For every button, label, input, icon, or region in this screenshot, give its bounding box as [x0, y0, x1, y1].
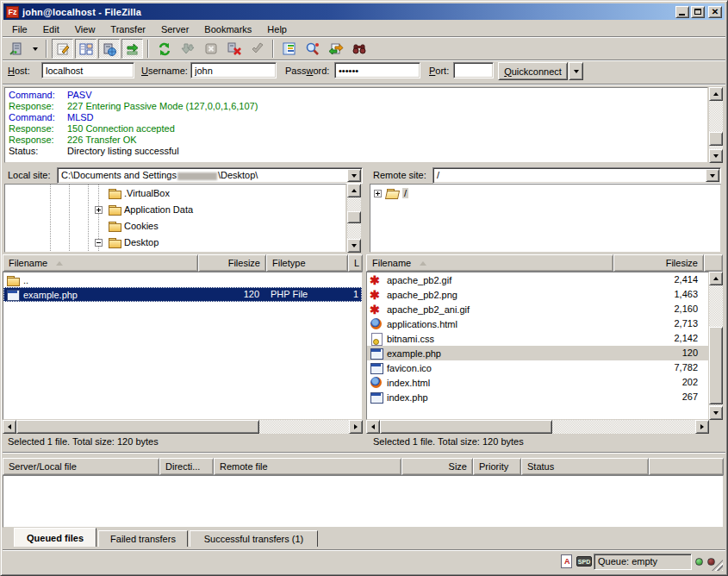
- password-input[interactable]: [334, 62, 420, 78]
- queue-size-indicator: Queue: empty: [594, 554, 692, 570]
- local-tree-scrollbar[interactable]: [347, 184, 361, 253]
- quickconnect-button[interactable]: Quickconnect: [498, 62, 568, 80]
- column-header-filetype[interactable]: Filetype: [266, 254, 348, 272]
- tree-item-application-data[interactable]: Application Data: [95, 202, 193, 217]
- filezilla-logo-icon: Fz: [6, 6, 19, 18]
- filter-button[interactable]: [278, 39, 300, 59]
- scroll-down-button[interactable]: [347, 239, 361, 253]
- username-label: Username:: [141, 66, 188, 78]
- file-row[interactable]: favicon.ico 7,782: [367, 360, 708, 375]
- log-scrollbar[interactable]: [709, 87, 723, 163]
- scroll-down-button[interactable]: [709, 149, 723, 163]
- scroll-up-button[interactable]: [347, 184, 361, 197]
- column-header-filesize[interactable]: Filesize: [613, 254, 704, 272]
- expander-icon[interactable]: [374, 190, 382, 197]
- local-site-dropdown-button[interactable]: [347, 169, 361, 182]
- remote-site-dropdown-button[interactable]: [706, 169, 719, 182]
- menu-edit[interactable]: Edit: [35, 22, 67, 36]
- tab-successful-transfers[interactable]: Successful transfers (1): [190, 530, 318, 547]
- file-size: 7,782: [614, 360, 698, 375]
- find-files-button[interactable]: [348, 39, 370, 59]
- toggle-message-log-button[interactable]: [52, 39, 73, 59]
- file-row[interactable]: apache_pb2.png 1,463: [367, 287, 708, 302]
- column-header-remote-file[interactable]: Remote file: [214, 458, 401, 475]
- port-input[interactable]: [453, 62, 494, 78]
- open-folder-icon: [386, 186, 400, 200]
- scrollbar-thumb[interactable]: [380, 420, 552, 434]
- tree-item-desktop[interactable]: Desktop: [95, 235, 159, 250]
- tree-item-cookies[interactable]: Cookies: [95, 218, 159, 234]
- toggle-remote-tree-button[interactable]: [98, 39, 120, 59]
- menu-server[interactable]: Server: [153, 22, 196, 36]
- file-row[interactable]: apache_pb2.gif 2,414: [367, 272, 708, 287]
- file-row[interactable]: applications.html 2,713: [367, 316, 708, 331]
- local-directory-tree: .VirtualBox Application Data Cookies Des…: [4, 184, 346, 253]
- refresh-button[interactable]: [153, 39, 175, 59]
- remote-site-combobox[interactable]: /: [432, 167, 721, 184]
- column-header-filename[interactable]: Filename: [3, 254, 198, 272]
- scroll-right-button[interactable]: [695, 420, 709, 434]
- close-button[interactable]: ✕: [708, 6, 722, 18]
- expander-icon[interactable]: [95, 206, 103, 214]
- site-manager-dropdown-button[interactable]: [28, 39, 41, 59]
- tree-item-virtualbox[interactable]: .VirtualBox: [95, 185, 170, 201]
- menu-bookmarks[interactable]: Bookmarks: [196, 22, 259, 36]
- column-header-lastmodified[interactable]: L: [348, 254, 363, 272]
- disconnect-button[interactable]: [223, 39, 245, 59]
- transfer-type-ascii-icon[interactable]: [561, 554, 572, 568]
- minimize-button[interactable]: [675, 6, 689, 18]
- column-header-server-local-file[interactable]: Server/Local file: [3, 458, 159, 475]
- expander-icon[interactable]: [95, 239, 103, 247]
- maximize-button[interactable]: [691, 6, 705, 18]
- username-input[interactable]: [190, 62, 277, 78]
- scrollbar-thumb[interactable]: [709, 327, 723, 404]
- site-manager-button[interactable]: [5, 39, 27, 59]
- local-site-combobox[interactable]: C:\Documents and Settings\Desktop\: [57, 167, 363, 184]
- speed-limit-icon[interactable]: SPD: [576, 556, 592, 567]
- scroll-down-button[interactable]: [709, 406, 723, 420]
- column-header-size[interactable]: Size: [401, 458, 473, 475]
- scroll-left-button[interactable]: [366, 420, 380, 434]
- file-row-example-php[interactable]: example.php 120 PHP File 1: [3, 287, 362, 302]
- reconnect-button[interactable]: [246, 39, 268, 59]
- local-list-hscrollbar[interactable]: [3, 420, 363, 434]
- remote-list-hscrollbar[interactable]: [366, 420, 709, 434]
- synchronized-browsing-button[interactable]: [325, 39, 346, 59]
- scrollbar-thumb[interactable]: [709, 132, 723, 146]
- file-size: 202: [614, 375, 698, 390]
- file-row[interactable]: apache_pb2_ani.gif 2,160: [367, 302, 708, 316]
- scroll-up-button[interactable]: [709, 272, 723, 285]
- directory-comparison-button[interactable]: [302, 39, 323, 59]
- host-input[interactable]: [41, 62, 134, 78]
- file-row[interactable]: index.html 202: [367, 375, 708, 390]
- column-header-filesize[interactable]: Filesize: [198, 254, 266, 272]
- tab-queued-files[interactable]: Queued files: [14, 528, 96, 547]
- column-header-status[interactable]: Status: [521, 458, 649, 475]
- quickconnect-dropdown-button[interactable]: [569, 62, 583, 80]
- tab-failed-transfers[interactable]: Failed transfers: [98, 530, 188, 547]
- menu-help[interactable]: Help: [259, 22, 295, 36]
- file-name: favicon.ico: [387, 363, 432, 373]
- toggle-queue-button[interactable]: [121, 39, 143, 59]
- scrollbar-thumb[interactable]: [347, 211, 361, 223]
- scrollbar-thumb[interactable]: [16, 420, 259, 434]
- menu-view[interactable]: View: [67, 22, 103, 36]
- file-row[interactable]: bitnami.css 2,142: [367, 331, 708, 346]
- cancel-operation-button[interactable]: [200, 39, 221, 59]
- process-queue-button[interactable]: [177, 39, 198, 59]
- file-row-example-php[interactable]: example.php 120: [367, 346, 708, 360]
- file-row[interactable]: index.php 267: [367, 390, 708, 404]
- file-row-parent-dir[interactable]: ..: [3, 272, 362, 287]
- folder-icon: [108, 219, 121, 233]
- column-header-priority[interactable]: Priority: [473, 458, 521, 475]
- tree-item-root[interactable]: /: [374, 185, 408, 201]
- scroll-up-button[interactable]: [709, 87, 723, 101]
- column-header-direction[interactable]: Directi...: [159, 458, 214, 475]
- scroll-left-button[interactable]: [3, 420, 16, 434]
- menu-transfer[interactable]: Transfer: [103, 22, 153, 36]
- toggle-local-tree-button[interactable]: [75, 39, 96, 59]
- menu-file[interactable]: File: [4, 22, 35, 36]
- remote-list-scrollbar[interactable]: [709, 272, 723, 420]
- column-header-filename[interactable]: Filename: [366, 254, 613, 272]
- scroll-right-button[interactable]: [349, 420, 363, 434]
